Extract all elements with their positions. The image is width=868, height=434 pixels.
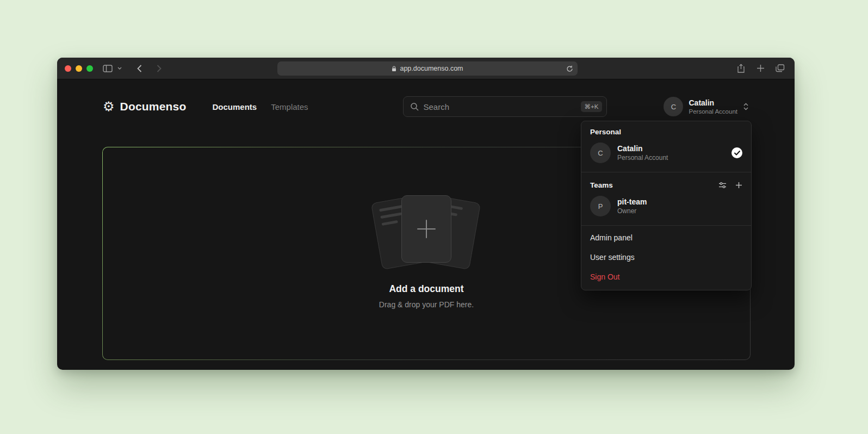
nav-templates[interactable]: Templates xyxy=(271,102,308,111)
selected-check-icon xyxy=(731,147,742,158)
personal-name: Catalin xyxy=(617,144,668,153)
document-card-front xyxy=(401,195,451,263)
search-shortcut-badge: ⌘+K xyxy=(581,101,603,112)
forward-button[interactable] xyxy=(152,61,166,76)
sidebar-toggle-icon[interactable] xyxy=(101,61,115,76)
team-role: Owner xyxy=(617,207,647,215)
menu-divider xyxy=(581,172,751,172)
search-icon xyxy=(410,102,419,111)
menu-divider xyxy=(581,225,751,226)
account-menu-trigger[interactable]: C Catalin Personal Account xyxy=(664,97,749,116)
personal-subtitle: Personal Account xyxy=(617,154,668,162)
manage-teams-icon[interactable] xyxy=(718,182,727,189)
reload-icon[interactable] xyxy=(565,64,574,73)
brand-name: Documenso xyxy=(120,100,187,113)
team-avatar: P xyxy=(590,196,611,216)
brand[interactable]: ⚙ Documenso xyxy=(103,100,187,113)
dropzone-subtitle: Drag & drop your PDF here. xyxy=(379,300,474,309)
tab-overview-icon[interactable] xyxy=(773,61,787,76)
search-input[interactable] xyxy=(423,102,576,111)
browser-window: app.documenso.com xyxy=(57,58,795,370)
teams-heading: Teams xyxy=(590,181,613,189)
back-button[interactable] xyxy=(132,61,146,76)
address-text: app.documenso.com xyxy=(400,65,463,72)
sidebar-chevron-down-icon[interactable] xyxy=(116,61,123,76)
window-controls xyxy=(65,65,93,72)
team-name: pit-team xyxy=(617,197,647,206)
minimize-window-button[interactable] xyxy=(76,65,82,72)
nav-documents[interactable]: Documents xyxy=(213,102,257,111)
account-name: Catalin xyxy=(689,98,737,107)
search-box[interactable]: ⌘+K xyxy=(403,96,607,117)
browser-titlebar: app.documenso.com xyxy=(57,58,795,79)
menu-item-admin-panel[interactable]: Admin panel xyxy=(581,228,751,247)
close-window-button[interactable] xyxy=(65,65,71,72)
personal-account-item[interactable]: C Catalin Personal Account xyxy=(590,142,742,163)
account-dropdown-menu: Personal C Catalin Personal Account Team… xyxy=(581,121,752,290)
documents-illustration xyxy=(356,195,497,268)
lock-icon xyxy=(392,66,396,72)
new-tab-icon[interactable] xyxy=(753,61,767,76)
menu-item-user-settings[interactable]: User settings xyxy=(581,247,751,267)
add-team-icon[interactable] xyxy=(735,182,742,189)
account-avatar: C xyxy=(664,97,683,116)
share-icon[interactable] xyxy=(734,61,748,76)
zoom-window-button[interactable] xyxy=(86,65,93,72)
personal-heading: Personal xyxy=(590,128,742,136)
address-bar[interactable]: app.documenso.com xyxy=(277,61,578,76)
team-item[interactable]: P pit-team Owner xyxy=(590,196,742,216)
menu-item-sign-out[interactable]: Sign Out xyxy=(581,267,751,287)
account-subtitle: Personal Account xyxy=(689,108,737,115)
primary-nav: Documents Templates xyxy=(213,102,308,111)
plus-icon xyxy=(417,220,436,238)
personal-avatar: C xyxy=(590,142,611,163)
documenso-logo-icon: ⚙ xyxy=(103,100,115,113)
dropzone-title: Add a document xyxy=(389,283,463,295)
chevron-up-down-icon xyxy=(743,102,749,111)
